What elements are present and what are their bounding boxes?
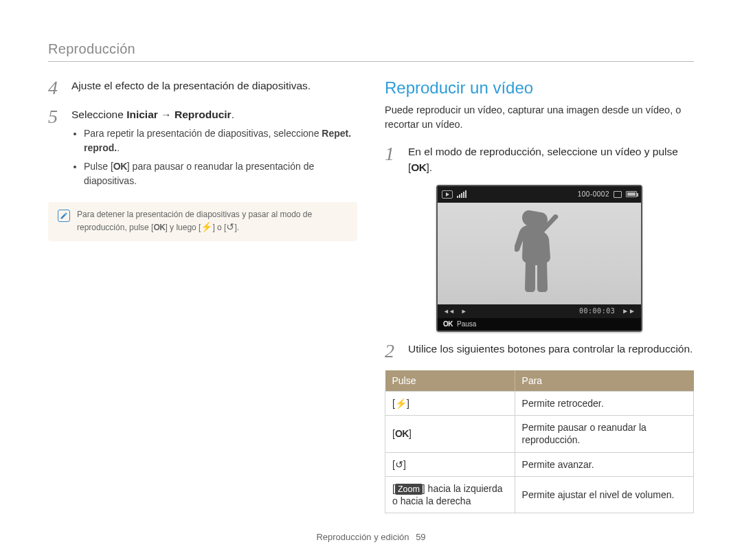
fastforward-icon: ►► [622, 307, 636, 315]
zoom-label: Zoom [395, 484, 423, 495]
timer-icon [395, 459, 403, 470]
two-column-layout: 4 Ajuste el efecto de la presentación de… [48, 78, 694, 513]
note-segment: ] o [ [212, 223, 226, 232]
ok-icon: OK [153, 223, 165, 232]
step-1: 1 En el modo de reproducción, seleccione… [385, 144, 694, 175]
step-text-suffix: . [232, 109, 234, 120]
table-header: Pulse [385, 370, 515, 392]
screen-top-right: 100-0002 [578, 190, 637, 198]
step-body: Utilice los siguientes botones para cont… [408, 341, 693, 361]
timecode: 00:00:03 [579, 307, 615, 315]
right-column: Reproducir un vídeo Puede reproducir un … [385, 78, 694, 513]
intro-text: Puede reproducir un vídeo, capturar una … [385, 103, 694, 132]
bullet-text: . [117, 142, 120, 153]
bracket: ] [403, 459, 406, 470]
step-body: Seleccione Iniciar → Reproducir. Para re… [71, 107, 357, 192]
step-number: 2 [385, 341, 400, 361]
note-segment: ] y luego [ [165, 223, 201, 232]
left-column: 4 Ajuste el efecto de la presentación de… [48, 78, 357, 513]
screen-helper-bar: OK Pausa [438, 318, 641, 331]
bracket: ] [407, 398, 409, 409]
footer-text: Reproducción y edición [316, 532, 409, 542]
page-header-title: Reproducción [48, 41, 694, 57]
note-icon [58, 210, 70, 222]
note-box: Para detener la presentación de diaposit… [48, 202, 357, 240]
step-body: Ajuste el efecto de la presentación de d… [71, 78, 311, 98]
step-number: 4 [48, 78, 63, 98]
screen-top-bar: 100-0002 [438, 186, 641, 203]
helper-label: Pausa [457, 320, 476, 328]
table-cell-desc: Permite retroceder. [515, 391, 693, 415]
timer-icon [226, 223, 234, 232]
ok-icon: OK [411, 161, 426, 173]
step-5: 5 Seleccione Iniciar → Reproducir. Para … [48, 107, 357, 192]
play-icon: ► [461, 308, 466, 315]
bracket: ] [409, 428, 412, 439]
battery-icon [626, 191, 637, 197]
step-text-prefix: Seleccione [71, 109, 126, 120]
pencil-icon [60, 212, 68, 220]
section-heading: Reproducir un vídeo [385, 78, 694, 98]
page-root: Reproducción 4 Ajuste el efecto de la pr… [0, 0, 742, 560]
table-cell-desc: Permite pausar o reanudar la reproducció… [515, 416, 693, 452]
memory-card-icon [614, 191, 622, 198]
note-text: Para detener la presentación de diaposit… [77, 209, 349, 234]
table-row: [] Permite avanzar. [385, 452, 694, 476]
step-number: 1 [385, 144, 400, 175]
flash-icon [201, 223, 212, 232]
transport-left: ◄◄ ► [443, 308, 466, 315]
volume-bars-icon [457, 190, 466, 198]
bullet-list: Para repetir la presentación de diaposit… [71, 126, 357, 188]
step-text-arrow: → [158, 109, 175, 120]
table-cell-key: [] [385, 391, 515, 415]
bullet-item: Para repetir la presentación de diaposit… [84, 126, 357, 155]
playback-mode-icon [442, 190, 453, 199]
ok-icon: OK [395, 428, 409, 439]
screen-video-area [438, 203, 641, 304]
file-counter: 100-0002 [578, 190, 609, 198]
step-4: 4 Ajuste el efecto de la presentación de… [48, 78, 357, 98]
bullet-text: Pulse [ [84, 161, 113, 172]
step-text-bold: Reproducir [175, 109, 232, 120]
step-number: 5 [48, 107, 63, 192]
table-row: [Zoom] hacia la izquierda o hacia la der… [385, 476, 694, 513]
table-header: Para [515, 370, 693, 392]
note-segment: ]. [234, 223, 239, 232]
step-body: En el modo de reproducción, seleccione u… [408, 144, 694, 175]
step-text: En el modo de reproducción, seleccione u… [408, 146, 678, 172]
screen-top-left [442, 190, 466, 199]
table-cell-key: [] [385, 452, 515, 476]
bullet-item: Pulse [OK] para pausar o reanudar la pre… [84, 159, 357, 188]
flash-icon [395, 398, 407, 409]
controls-table: Pulse Para [] Permite retroceder. [OK] [385, 370, 694, 513]
camera-screen-illustration: 100-0002 ◄◄ ► 00:00:03 [436, 185, 642, 332]
header-underline [48, 61, 694, 62]
transport-right: 00:00:03 ►► [579, 307, 636, 315]
bullet-text: Para repetir la presentación de diaposit… [84, 128, 322, 139]
step-text-bold: Iniciar [126, 109, 158, 120]
ok-icon: OK [443, 320, 453, 328]
rewind-icon: ◄◄ [443, 308, 454, 315]
step-text: ]. [427, 161, 433, 173]
page-footer: Reproducción y edición 59 [0, 532, 742, 542]
ok-icon: OK [113, 161, 127, 172]
screen-transport-bar: ◄◄ ► 00:00:03 ►► [438, 304, 641, 318]
page-number: 59 [416, 532, 425, 542]
table-cell-key: [Zoom] hacia la izquierda o hacia la der… [385, 476, 515, 513]
table-row: [OK] Permite pausar o reanudar la reprod… [385, 416, 694, 452]
table-row: [] Permite retroceder. [385, 391, 694, 415]
table-cell-key: [OK] [385, 416, 515, 452]
table-cell-desc: Permite avanzar. [515, 452, 693, 476]
silhouette-illustration [515, 208, 570, 304]
table-cell-desc: Permite ajustar el nivel de volumen. [515, 476, 693, 513]
step-2: 2 Utilice los siguientes botones para co… [385, 341, 694, 361]
